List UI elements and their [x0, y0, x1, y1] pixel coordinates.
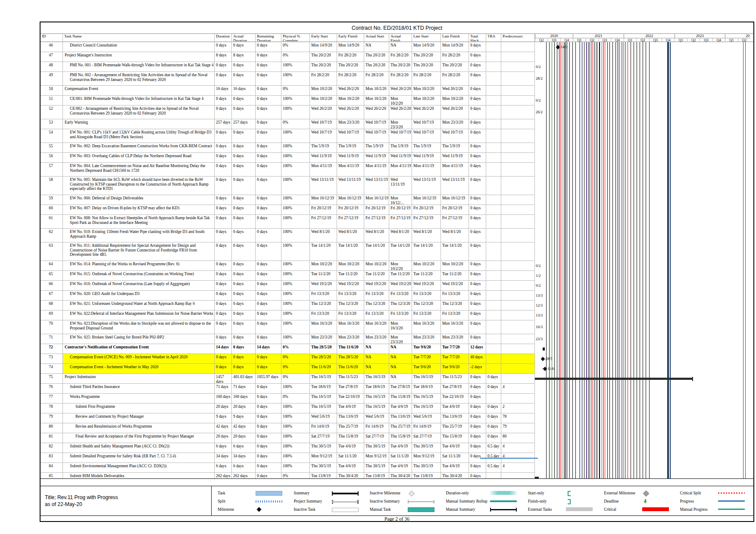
cell-gantt	[535, 163, 750, 177]
legend-item-label: Milestone	[218, 507, 234, 512]
cell-d: 0 days	[215, 261, 232, 271]
cell-pct: 100%	[281, 310, 310, 320]
legend-swatch-milestone	[256, 507, 282, 512]
cell-gantt	[535, 344, 750, 354]
cell-ad: 0 days	[232, 205, 256, 215]
cell-pred	[501, 320, 535, 334]
cell-ad: 0 days	[232, 334, 256, 344]
cell-rd: 0 days	[256, 177, 281, 195]
cell-ls: Mon 10/2/20	[412, 261, 441, 271]
timeline-quarter-label: Q4	[712, 38, 725, 42]
cell-tra: 0 days	[486, 374, 501, 384]
column-header-ad: Actual Duration	[232, 34, 256, 41]
cell-es: Mon 14/9/20	[310, 42, 337, 52]
cell-ef: Tue 22/10/19	[337, 394, 364, 404]
legend-item-label: Inactive Summary	[370, 499, 400, 503]
cell-rd: 0 days	[256, 72, 281, 86]
cell-ls: Mon 10/2/20	[412, 96, 441, 106]
cell-d: 0 days	[215, 205, 232, 215]
cell-ts: 0 days	[469, 195, 486, 205]
cell-pct: 100%	[281, 195, 310, 205]
cell-gantt	[535, 384, 750, 394]
cell-as: NA	[364, 344, 389, 354]
cell-rd: 0 days	[256, 242, 281, 261]
cell-as: Mon 10/2/20	[364, 86, 389, 96]
cell-ad: 0 days	[232, 153, 256, 163]
legend-swatch-finish-only	[566, 499, 593, 504]
cell-pct: 100%	[281, 242, 310, 261]
cell-ls: Thu 20/2/20	[412, 52, 441, 62]
cell-name: Early Warning	[63, 119, 215, 129]
cell-rd: 14 days	[256, 344, 281, 354]
legend-item: Summary	[289, 489, 365, 497]
task-row: 72Contractor's Notification of Compensat…	[41, 344, 753, 354]
cell-id: 54	[41, 129, 63, 143]
cell-id: 53	[41, 119, 63, 129]
cell-rd: 0 days	[256, 384, 281, 394]
cell-ef: Fri 13/3/20	[337, 310, 364, 320]
cell-ad: 160 days	[232, 394, 256, 404]
cell-ls: Thu 30/5/19	[412, 443, 441, 453]
cell-d: 14 days	[215, 344, 232, 354]
cell-ls: Wed 11/9/19	[412, 153, 441, 163]
cell-ts: 0 days	[469, 301, 486, 310]
cell-d: 0 days	[215, 364, 232, 374]
cell-es: Wed 13/11/19	[310, 177, 337, 195]
legend-swatch-critical-split	[718, 491, 745, 496]
cell-rd: 0 days	[256, 215, 281, 229]
cell-rd: 0 days	[256, 463, 281, 473]
cell-ts: 0 days	[469, 320, 486, 334]
legend-swatch-inactive-task	[332, 507, 359, 512]
cell-tra	[486, 229, 501, 242]
cell-tra	[486, 62, 501, 72]
legend-column: External MilestoneDeadlineCritical	[600, 489, 675, 515]
clipped-milestone-date-label: 0/2	[536, 65, 541, 69]
cell-ts: 0 days	[469, 205, 486, 215]
cell-es: Tue 11/2/20	[310, 271, 337, 281]
cell-name: Compensation Event	[63, 86, 215, 96]
cell-es: Wed 19/2/20	[310, 281, 337, 291]
cell-gantt	[535, 119, 750, 129]
cell-ls: Thu 30/5/19	[412, 463, 441, 473]
cell-ad: 8 days	[232, 52, 256, 62]
cell-af: Wed 26/2/20	[389, 86, 412, 96]
cell-pred	[501, 301, 535, 310]
cell-as: Thu 12/3/20	[364, 301, 389, 310]
legend-item-label: Finish-only	[528, 499, 547, 503]
cell-lf: Tue 7/7/20	[441, 354, 469, 364]
cell-tra	[486, 72, 501, 86]
cell-ts: 0 days	[469, 143, 486, 153]
cell-gantt: 14/9	[535, 42, 750, 52]
cell-as: Thu 16/5/19	[364, 374, 389, 384]
cell-pred	[501, 215, 535, 229]
legend-item-label: Progress	[680, 499, 694, 503]
cell-af: Thu 25/7/19	[389, 423, 412, 433]
cell-d: 6 days	[215, 463, 232, 473]
cell-lf: Mon 10/2/20	[441, 261, 469, 271]
cell-ts: 0 days	[469, 96, 486, 106]
legend-swatch-progress	[718, 499, 745, 504]
cell-lf: Tue 4/6/19	[441, 463, 469, 473]
cell-d: 0 days	[215, 96, 232, 106]
cell-ef: Tue 27/8/19	[337, 384, 364, 394]
cell-rd: 0 days	[256, 443, 281, 453]
legend-item-label: Inactive Milestone	[370, 491, 400, 495]
cell-af: Thu 30/4/20	[389, 473, 412, 478]
task-row: 61EW No. 008: Not Allow to Extract Sheet…	[41, 215, 753, 229]
legend-swatch-duration-only	[490, 491, 517, 496]
cell-es: Thu 11/6/20	[310, 364, 337, 374]
cell-ls: Mon 16/3/20	[412, 320, 441, 334]
cell-as: Mon 16/12/19	[364, 195, 389, 205]
legend-item: Inactive Task	[289, 505, 365, 513]
cell-ts: 0 days	[469, 163, 486, 177]
cell-lf: Mon 16/12/19	[441, 195, 469, 205]
cell-tra	[486, 143, 501, 153]
cell-ad: 9 days	[232, 413, 256, 423]
task-row: 84Submit Environmental Management Plan (…	[41, 463, 753, 473]
cell-rd: 0 days	[256, 119, 281, 129]
cell-pred	[501, 72, 535, 86]
cell-ls: Wed 8/1/20	[412, 229, 441, 242]
cell-ts: 0 days	[469, 404, 486, 413]
cell-ef: Fri 28/2/20	[337, 72, 364, 86]
cell-ts: 0 days	[469, 119, 486, 129]
